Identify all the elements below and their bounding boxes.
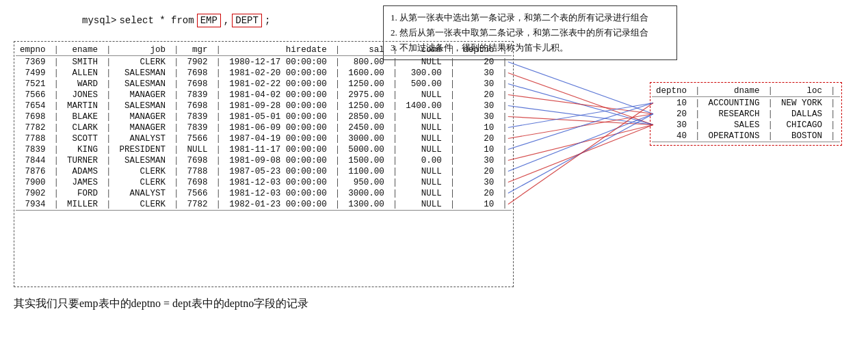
svg-line-3 — [508, 95, 653, 114]
emp-table-row: 7566|JONES|MANAGER|7839|1981-04-02 00:00… — [16, 90, 512, 101]
emp-table-row: 7369|SMITH|CLERK|7902|1980-12-17 00:00:0… — [16, 57, 512, 68]
svg-line-2 — [508, 84, 653, 125]
dept-table: deptno | dname | loc | 10|ACCOUNTING|NEW… — [652, 85, 840, 142]
emp-table-row: 7521|WARD|SALESMAN|7698|1981-02-22 00:00… — [16, 79, 512, 90]
col-sep1: | — [50, 44, 64, 56]
emp-table-row: 7900|JAMES|CLERK|7698|1981-12-03 00:00:0… — [16, 177, 512, 188]
col-sep4: | — [212, 44, 226, 56]
dept-sep2: | — [764, 85, 778, 97]
col-sal: sal — [344, 44, 389, 56]
dept-table-row: 30|SALES|CHICAGO| — [652, 120, 840, 131]
dept-col-dname: dname — [705, 85, 764, 97]
svg-line-6 — [508, 103, 653, 128]
emp-table-row: 7782|CLARK|MANAGER|7839|1981-06-09 00:00… — [16, 122, 512, 133]
svg-line-4 — [508, 106, 653, 125]
emp-table-row: 7654|MARTIN|SALESMAN|7698|1981-09-28 00:… — [16, 101, 512, 111]
col-job: job — [116, 44, 170, 56]
dept-table-name: DEPT — [232, 14, 262, 27]
dept-col-deptno: deptno — [652, 85, 691, 97]
emp-header-row: empno | ename | job | mgr | hiredate | s… — [16, 44, 512, 56]
dept-table-row: 10|ACCOUNTING|NEW YORK| — [652, 98, 840, 109]
svg-line-13 — [508, 103, 653, 204]
emp-table-row: 7876|ADAMS|CLERK|7788|1987-05-23 00:00:0… — [16, 166, 512, 177]
emp-table-name: EMP — [197, 14, 221, 27]
svg-line-0 — [508, 62, 653, 114]
col-mgr: mgr — [183, 44, 212, 56]
emp-table: empno | ename | job | mgr | hiredate | s… — [16, 44, 512, 211]
mysql-prompt: mysql> — [82, 15, 116, 26]
svg-line-12 — [508, 114, 653, 194]
col-ename: ename — [63, 44, 102, 56]
sql-comma: , — [224, 15, 229, 26]
col-sep6: | — [389, 44, 402, 56]
emp-table-row: 7698|BLAKE|MANAGER|7839|1981-05-01 00:00… — [16, 111, 512, 122]
svg-line-7 — [508, 114, 653, 139]
footer-text: 其实我们只要emp表中的deptno = dept表中的deptno字段的记录 — [14, 297, 854, 311]
main-area: empno | ename | job | mgr | hiredate | s… — [14, 34, 854, 287]
emp-table-row: 7788|SCOTT|ANALYST|7566|1987-04-19 00:00… — [16, 133, 512, 144]
col-sep2: | — [102, 44, 116, 56]
emp-table-row: 7902|FORD|ANALYST|7566|1981-12-03 00:00:… — [16, 188, 512, 199]
svg-line-9 — [508, 125, 653, 161]
svg-line-10 — [508, 114, 653, 172]
dept-header-row: deptno | dname | loc | — [652, 85, 840, 97]
emp-table-wrapper: empno | ename | job | mgr | hiredate | s… — [14, 41, 514, 287]
annotation-line-1: 1. 从第一张表中选出第一条记录，和第二个表的所有记录进行组合 — [391, 10, 670, 25]
emp-table-row: 7839|KING|PRESIDENT|NULL|1981-11-17 00:0… — [16, 144, 512, 155]
emp-table-row: 7844|TURNER|SALESMAN|7698|1981-09-08 00:… — [16, 155, 512, 166]
sql-semicolon: ; — [265, 15, 270, 26]
col-sep8: | — [498, 44, 512, 56]
dept-table-row: 40|OPERATIONS|BOSTON| — [652, 131, 840, 142]
svg-line-8 — [508, 103, 653, 150]
col-deptno: deptno — [459, 44, 498, 56]
col-sep5: | — [331, 44, 345, 56]
col-sep7: | — [446, 44, 460, 56]
svg-line-1 — [508, 73, 653, 125]
dept-sep1: | — [691, 85, 705, 97]
col-sep3: | — [170, 44, 183, 56]
dept-col-loc: loc — [777, 85, 826, 97]
dept-sep3: | — [826, 85, 840, 97]
sql-query: select * from — [119, 15, 194, 26]
emp-table-row: 7499|ALLEN|SALESMAN|7698|1981-02-20 00:0… — [16, 68, 512, 79]
svg-line-5 — [508, 117, 653, 125]
dept-table-row: 20|RESEARCH|DALLAS| — [652, 109, 840, 120]
dept-table-wrapper: deptno | dname | loc | 10|ACCOUNTING|NEW… — [650, 82, 842, 146]
svg-line-11 — [508, 125, 653, 183]
col-comm: comm — [402, 44, 446, 56]
emp-table-row: 7934|MILLER|CLERK|7782|1982-01-23 00:00:… — [16, 199, 512, 211]
col-hiredate: hiredate — [225, 44, 331, 56]
col-empno: empno — [16, 44, 50, 56]
